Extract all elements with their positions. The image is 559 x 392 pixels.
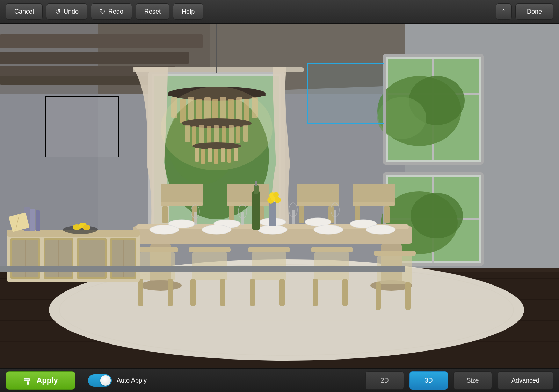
svg-rect-87 [190, 279, 196, 306]
svg-rect-81 [136, 247, 178, 252]
svg-point-168 [83, 225, 90, 230]
svg-rect-131 [292, 210, 295, 224]
svg-rect-116 [384, 206, 390, 223]
svg-rect-83 [138, 279, 143, 306]
svg-rect-103 [162, 206, 168, 223]
redo-button[interactable]: ↻ Redo [91, 3, 132, 20]
svg-point-124 [258, 225, 287, 234]
mode-3d-label: 3D [424, 377, 433, 384]
size-button[interactable]: Size [453, 371, 492, 390]
reset-label: Reset [144, 8, 161, 15]
advanced-label: Advanced [511, 377, 539, 384]
collapse-button[interactable]: ⌃ [496, 3, 512, 20]
apply-button[interactable]: Apply [6, 371, 75, 390]
svg-rect-138 [269, 202, 276, 226]
svg-point-175 [27, 383, 29, 385]
svg-rect-16 [0, 52, 189, 64]
svg-point-120 [305, 218, 331, 226]
auto-apply-toggle-container: Auto Apply [88, 374, 147, 387]
mode-2d-label: 2D [380, 377, 389, 384]
svg-point-141 [275, 197, 281, 203]
done-button[interactable]: Done [515, 3, 553, 20]
svg-rect-135 [252, 191, 260, 230]
auto-apply-label: Auto Apply [117, 377, 147, 384]
svg-rect-101 [161, 184, 203, 202]
svg-rect-97 [374, 251, 416, 256]
svg-rect-89 [248, 247, 290, 252]
svg-rect-88 [220, 279, 225, 306]
svg-rect-15 [0, 34, 203, 48]
svg-rect-113 [353, 184, 395, 202]
svg-point-125 [314, 225, 343, 234]
help-button[interactable]: Help [173, 3, 203, 20]
svg-rect-127 [194, 212, 197, 225]
svg-rect-99 [376, 282, 381, 310]
svg-rect-84 [168, 279, 173, 306]
svg-rect-95 [313, 279, 318, 306]
top-toolbar: Cancel ↺ Undo ↻ Redo Reset Help ⌃ Done [0, 0, 559, 24]
svg-point-143 [273, 192, 279, 198]
svg-point-122 [150, 225, 179, 234]
svg-rect-163 [30, 209, 35, 231]
svg-rect-92 [280, 279, 285, 306]
chevron-up-icon: ⌃ [501, 8, 506, 15]
scene-viewport[interactable] [0, 24, 559, 368]
svg-rect-91 [250, 279, 255, 306]
svg-rect-96 [342, 279, 348, 306]
svg-rect-102 [161, 202, 203, 206]
svg-rect-109 [297, 184, 339, 202]
cancel-label: Cancel [14, 8, 34, 15]
svg-rect-111 [299, 206, 304, 223]
mode-3d-button[interactable]: 3D [409, 371, 448, 390]
paint-roller-icon [23, 376, 33, 385]
svg-rect-18 [0, 76, 161, 85]
svg-point-72 [161, 87, 273, 170]
advanced-button[interactable]: Advanced [498, 371, 553, 390]
room-scene [0, 24, 559, 368]
svg-rect-171 [0, 266, 405, 272]
toggle-thumb [100, 375, 111, 386]
mode-2d-button[interactable]: 2D [365, 371, 404, 390]
size-label: Size [466, 377, 479, 384]
undo-icon: ↺ [55, 7, 61, 16]
undo-label: Undo [64, 8, 79, 15]
svg-rect-105 [227, 184, 269, 202]
cancel-button[interactable]: Cancel [6, 3, 43, 20]
svg-rect-137 [255, 181, 257, 186]
apply-label: Apply [36, 376, 58, 385]
svg-point-123 [202, 225, 231, 234]
svg-rect-129 [241, 212, 244, 225]
done-label: Done [527, 8, 542, 15]
help-label: Help [182, 8, 195, 15]
reset-button[interactable]: Reset [136, 3, 169, 20]
svg-rect-164 [36, 210, 40, 231]
svg-rect-93 [311, 247, 353, 252]
svg-point-32 [411, 193, 463, 238]
svg-rect-106 [227, 202, 269, 206]
svg-point-79 [140, 280, 182, 291]
redo-icon: ↻ [100, 7, 106, 16]
svg-rect-85 [189, 247, 231, 252]
redo-label: Redo [108, 8, 123, 15]
svg-rect-173 [24, 379, 29, 380]
svg-rect-114 [353, 202, 395, 206]
bottom-toolbar: Apply Auto Apply 2D 3D Size Advanced [0, 368, 559, 392]
svg-rect-133 [334, 210, 336, 224]
undo-button[interactable]: ↺ Undo [46, 3, 87, 20]
svg-rect-100 [405, 282, 411, 310]
svg-point-126 [366, 225, 395, 234]
auto-apply-toggle[interactable] [88, 374, 112, 387]
